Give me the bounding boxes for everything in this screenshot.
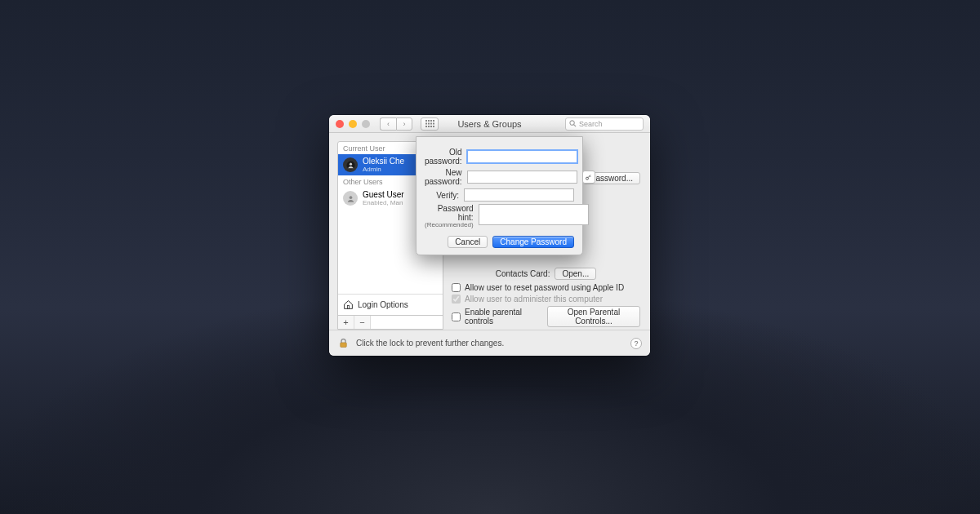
svg-point-12 (570, 121, 574, 125)
checkbox (452, 295, 461, 304)
minimize-icon[interactable] (349, 120, 357, 128)
window-titlebar: ‹ › Users & Groups Search (329, 115, 650, 133)
svg-rect-4 (425, 123, 427, 125)
svg-rect-10 (430, 126, 432, 127)
open-contacts-button[interactable]: Open... (555, 268, 596, 280)
svg-rect-7 (433, 123, 434, 125)
search-icon (569, 120, 577, 127)
svg-rect-11 (433, 126, 434, 127)
checkbox-label: Allow user to administer this computer (465, 295, 603, 304)
new-password-input[interactable] (467, 171, 577, 184)
svg-rect-9 (428, 126, 430, 127)
help-button[interactable]: ? (630, 338, 642, 349)
contacts-card-label: Contacts Card: (496, 269, 550, 278)
key-icon (585, 174, 592, 181)
svg-rect-18 (341, 343, 347, 348)
verify-label: Verify: (425, 191, 459, 200)
traffic-lights (336, 120, 370, 128)
password-hint-input[interactable] (479, 204, 589, 225)
guest-icon (346, 194, 355, 203)
new-password-label: New password: (425, 168, 462, 186)
add-user-button[interactable]: + (338, 316, 354, 329)
svg-point-16 (349, 196, 352, 199)
svg-rect-1 (428, 120, 430, 122)
search-placeholder: Search (579, 120, 603, 128)
svg-rect-2 (430, 120, 432, 122)
checkbox[interactable] (452, 283, 461, 292)
checkbox-label: Allow user to reset password using Apple… (465, 283, 624, 292)
old-password-input[interactable] (467, 150, 577, 163)
change-password-confirm-button[interactable]: Change Password (492, 236, 574, 248)
user-role: Admin (363, 166, 404, 173)
lock-text: Click the lock to prevent further change… (356, 339, 504, 348)
user-avatar-icon (346, 161, 355, 170)
nav-buttons: ‹ › (380, 117, 412, 131)
change-password-sheet: Old password: New password: Verify: Pass… (416, 136, 583, 255)
svg-rect-17 (347, 306, 349, 309)
search-input[interactable]: Search (565, 117, 644, 131)
svg-rect-8 (425, 126, 427, 127)
grid-icon (425, 120, 434, 127)
allow-admin-checkbox: Allow user to administer this computer (452, 295, 640, 304)
user-sub: Enabled, Man (363, 199, 404, 206)
house-icon (343, 299, 354, 310)
hint-label: Password hint: (Recommended) (425, 204, 474, 229)
checkbox-label: Enable parental controls (465, 308, 540, 326)
svg-point-19 (586, 177, 589, 179)
lock-icon[interactable] (337, 337, 350, 349)
login-options-label: Login Options (358, 300, 408, 309)
avatar (343, 157, 358, 172)
verify-password-input[interactable] (464, 188, 574, 202)
back-button[interactable]: ‹ (380, 117, 396, 131)
login-options[interactable]: Login Options (338, 294, 443, 315)
user-text: Oleksii Che Admin (363, 157, 404, 173)
password-assistant-button[interactable] (582, 171, 595, 184)
svg-line-13 (574, 125, 577, 127)
user-name: Oleksii Che (363, 157, 404, 166)
forward-button[interactable]: › (396, 117, 412, 131)
user-text: Guest User Enabled, Man (363, 190, 404, 206)
hint-label-text: Password hint: (438, 204, 474, 222)
svg-rect-0 (425, 120, 427, 122)
add-remove-bar: + − (338, 315, 443, 329)
svg-rect-3 (433, 120, 434, 122)
avatar (343, 191, 358, 206)
remove-user-button[interactable]: − (354, 316, 371, 329)
svg-rect-5 (428, 123, 430, 125)
open-parental-button[interactable]: Open Parental Controls... (547, 306, 640, 327)
parental-controls-row: Enable parental controls Open Parental C… (452, 306, 640, 327)
hint-sub: (Recommended) (425, 222, 474, 229)
window-footer: Click the lock to prevent further change… (329, 330, 650, 356)
user-name: Guest User (363, 190, 404, 199)
cancel-button[interactable]: Cancel (448, 236, 488, 248)
allow-reset-checkbox[interactable]: Allow user to reset password using Apple… (452, 283, 640, 292)
old-password-label: Old password: (425, 148, 462, 166)
close-icon[interactable] (336, 120, 344, 128)
svg-point-15 (349, 162, 351, 165)
all-prefs-button[interactable] (421, 117, 439, 131)
parental-checkbox[interactable] (452, 312, 461, 321)
zoom-icon[interactable] (362, 120, 370, 128)
svg-rect-6 (430, 123, 432, 125)
